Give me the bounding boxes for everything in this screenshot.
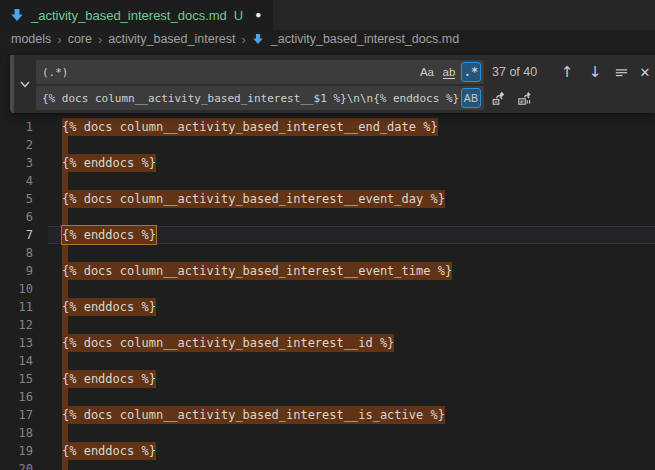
line-number: 18 — [0, 424, 33, 442]
search-match: {% enddocs %} — [62, 370, 156, 388]
unsaved-changes-icon[interactable]: ● — [255, 0, 261, 30]
next-match-button[interactable]: ↓ — [584, 61, 606, 83]
editor-line[interactable]: 20 — [0, 460, 655, 470]
empty-line-search-match — [62, 352, 68, 370]
breadcrumb-item-folder[interactable]: activity_based_interest — [108, 32, 235, 46]
line-content[interactable]: {% docs column__activity_based_interest_… — [62, 406, 655, 424]
breadcrumb-item-core[interactable]: core — [68, 32, 92, 46]
search-match: {% docs column__activity_based_interest_… — [62, 118, 438, 136]
toggle-replace-button[interactable] — [16, 55, 34, 113]
line-content[interactable] — [62, 172, 655, 190]
editor-line[interactable]: 15{% enddocs %} — [0, 370, 655, 388]
line-number: 4 — [0, 172, 33, 190]
arrow-down-icon: ↓ — [589, 65, 602, 80]
line-content[interactable]: {% enddocs %} — [62, 226, 655, 244]
line-content[interactable] — [62, 460, 655, 470]
empty-line-search-match — [62, 424, 68, 442]
line-number: 20 — [0, 460, 33, 470]
line-content[interactable]: {% docs column__activity_based_interest_… — [62, 190, 655, 208]
editor-line[interactable]: 3{% enddocs %} — [0, 154, 655, 172]
line-number: 10 — [0, 280, 33, 298]
line-content[interactable] — [62, 136, 655, 154]
replace-input-value: {% docs column__activity_based_interest_… — [42, 92, 459, 105]
editor-line[interactable]: 18 — [0, 424, 655, 442]
empty-line-search-match — [62, 316, 68, 334]
line-content[interactable] — [62, 424, 655, 442]
find-in-selection-button[interactable] — [610, 61, 632, 83]
find-input-value: (.*) — [42, 66, 69, 79]
replace-button[interactable] — [488, 87, 510, 109]
line-content[interactable]: {% docs column__activity_based_interest_… — [62, 334, 655, 352]
editor-line[interactable]: 4 — [0, 172, 655, 190]
editor-line[interactable]: 8 — [0, 244, 655, 262]
replace-all-icon — [517, 90, 533, 106]
line-number: 14 — [0, 352, 33, 370]
chevron-right-icon: › — [97, 32, 103, 47]
tab-active-file[interactable]: _activity_based_interest_docs.md U ● — [0, 0, 273, 30]
whole-word-button[interactable]: ab — [439, 62, 459, 82]
regex-button[interactable]: .* — [461, 62, 481, 82]
editor-line[interactable]: 12 — [0, 316, 655, 334]
empty-line-search-match — [62, 388, 68, 406]
line-number: 17 — [0, 406, 33, 424]
empty-line-search-match — [62, 136, 68, 154]
editor-line[interactable]: 14 — [0, 352, 655, 370]
line-content[interactable]: {% enddocs %} — [62, 154, 655, 172]
chevron-right-icon: › — [240, 32, 246, 47]
line-number: 5 — [0, 190, 33, 208]
line-content[interactable] — [62, 208, 655, 226]
breadcrumb-item-file[interactable]: _activity_based_interest_docs.md — [271, 32, 459, 46]
line-number: 9 — [0, 262, 33, 280]
editor-line[interactable]: 5{% docs column__activity_based_interest… — [0, 190, 655, 208]
search-match: {% docs column__activity_based_interest_… — [62, 262, 452, 280]
arrow-up-icon: ↑ — [561, 65, 574, 80]
tab-filename: _activity_based_interest_docs.md — [31, 8, 227, 23]
search-match: {% docs column__activity_based_interest_… — [62, 334, 394, 352]
replace-icon — [491, 90, 507, 106]
editor-line[interactable]: 11{% enddocs %} — [0, 298, 655, 316]
editor-line[interactable]: 17{% docs column__activity_based_interes… — [0, 406, 655, 424]
search-match: {% enddocs %} — [62, 298, 156, 316]
line-number: 3 — [0, 154, 33, 172]
editor-line[interactable]: 16 — [0, 388, 655, 406]
previous-match-button[interactable]: ↑ — [556, 61, 578, 83]
replace-all-button[interactable] — [514, 87, 536, 109]
line-content[interactable]: {% docs column__activity_based_interest_… — [62, 118, 655, 136]
editor-line[interactable]: 10 — [0, 280, 655, 298]
editor-line[interactable]: 9{% docs column__activity_based_interest… — [0, 262, 655, 280]
line-content[interactable] — [62, 316, 655, 334]
line-content[interactable] — [62, 280, 655, 298]
breadcrumb-item-models[interactable]: models — [11, 32, 51, 46]
search-match: {% docs column__activity_based_interest_… — [62, 406, 445, 424]
preserve-case-button[interactable]: AB — [461, 88, 481, 108]
line-number: 7 — [0, 226, 33, 244]
line-content[interactable]: {% enddocs %} — [62, 442, 655, 460]
line-content[interactable]: {% enddocs %} — [62, 370, 655, 388]
line-content[interactable]: {% enddocs %} — [62, 298, 655, 316]
find-widget-resize-sash[interactable] — [10, 55, 14, 113]
empty-line-search-match — [62, 244, 68, 262]
editor-line[interactable]: 19{% enddocs %} — [0, 442, 655, 460]
line-content[interactable] — [62, 352, 655, 370]
line-number: 15 — [0, 370, 33, 388]
match-case-button[interactable]: Aa — [417, 62, 437, 82]
line-content[interactable] — [62, 244, 655, 262]
line-number: 19 — [0, 442, 33, 460]
empty-line-search-match — [62, 172, 68, 190]
line-content[interactable] — [62, 388, 655, 406]
find-input[interactable]: (.*) Aa ab .* — [36, 60, 484, 84]
editor-line[interactable]: 1{% docs column__activity_based_interest… — [0, 118, 655, 136]
line-number: 16 — [0, 388, 33, 406]
match-count: 37 of 40 — [492, 60, 537, 84]
empty-line-search-match — [62, 280, 68, 298]
replace-input[interactable]: {% docs column__activity_based_interest_… — [36, 86, 484, 110]
line-content[interactable]: {% docs column__activity_based_interest_… — [62, 262, 655, 280]
editor-lines: 1{% docs column__activity_based_interest… — [0, 118, 655, 470]
close-find-widget-button[interactable]: ✕ — [634, 61, 655, 83]
editor-line[interactable]: 13{% docs column__activity_based_interes… — [0, 334, 655, 352]
editor-line[interactable]: 6 — [0, 208, 655, 226]
breadcrumb: models › core › activity_based_interest … — [0, 30, 655, 48]
editor-line[interactable]: 2 — [0, 136, 655, 154]
search-match: {% docs column__activity_based_interest_… — [62, 190, 445, 208]
editor-line[interactable]: 7{% enddocs %} — [0, 226, 655, 244]
